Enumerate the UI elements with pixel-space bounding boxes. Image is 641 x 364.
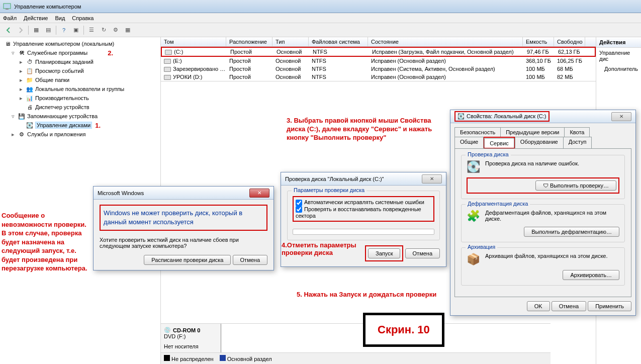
defrag-group: Дефрагментация диска 🧩 Дефрагментация фа… <box>461 204 625 242</box>
cdrom-block[interactable]: 💿CD-ROM 0 DVD (F:) Нет носителя <box>161 324 221 352</box>
shield-icon: 🛡 <box>543 183 548 189</box>
device-icon: 🖨 <box>26 103 34 111</box>
msgbox-body: Хотите проверить жесткий диск на наличие… <box>100 237 267 249</box>
schedule-button[interactable]: Расписание проверки диска <box>144 255 231 265</box>
check-group: Проверка диска 💽 Проверка диска на налич… <box>461 155 625 199</box>
volume-row[interactable]: Зарезервировано … ПростойОсновнойNTFSИсп… <box>161 65 596 73</box>
disk-layout: 💿CD-ROM 0 DVD (F:) Нет носителя Не распр… <box>161 323 551 364</box>
tree-scheduler[interactable]: ▸⏱Планировщик заданий <box>2 57 158 66</box>
annotation-5: 5. Нажать на Запуск и дождаться проверки <box>297 291 437 298</box>
apply-button[interactable]: Применить <box>588 301 631 311</box>
disk-icon <box>164 67 171 72</box>
svg-rect-1 <box>6 9 9 10</box>
tab-quota[interactable]: Квота <box>564 127 590 137</box>
chkdsk-title: Проверка диска "Локальный диск (C:)" <box>285 176 384 182</box>
menu-action[interactable]: Действие <box>24 15 48 21</box>
menubar: Файл Действие Вид Справка <box>0 13 641 23</box>
actions-item[interactable]: Управление дис <box>596 48 641 64</box>
tree-devmgr[interactable]: ▸🖨Диспетчер устройств <box>2 103 158 112</box>
menu-view[interactable]: Вид <box>55 15 65 21</box>
col-volume[interactable]: Том <box>161 37 226 46</box>
tree-root[interactable]: 🖥 Управление компьютером (локальным) <box>2 39 158 48</box>
chkdsk-opt1[interactable]: Автоматически исправлять системные ошибк… <box>296 199 424 205</box>
tab-prev-versions[interactable]: Предыдущие версии <box>500 127 565 137</box>
toolbar-icon[interactable]: ▣ <box>70 25 81 36</box>
col-layout[interactable]: Расположение <box>226 37 272 46</box>
tabstrip-row2: Общие Сервис Оборудование Доступ <box>454 137 631 148</box>
services-icon: ⚙ <box>18 130 26 138</box>
actions-item[interactable]: Дополнитель <box>596 64 641 74</box>
disk-icon: 💽 <box>26 121 34 129</box>
refresh-icon[interactable]: ↻ <box>98 25 109 36</box>
toolbar-icon[interactable]: ☰ <box>86 25 97 36</box>
col-free[interactable]: Свободно <box>554 37 585 46</box>
screenshot-label-box: Скрин. 10 <box>363 313 444 347</box>
col-capacity[interactable]: Емкость <box>523 37 554 46</box>
perf-icon: 📊 <box>26 94 34 102</box>
nav-back-button[interactable] <box>3 25 14 36</box>
tree-services[interactable]: ▸⚙Службы и приложения <box>2 130 158 139</box>
run-backup-button[interactable]: Архивировать… <box>563 270 619 280</box>
actions-title: Действия <box>596 37 641 48</box>
msgbox-dialog: Microsoft Windows ✕ Windows не может про… <box>93 186 274 270</box>
volume-row[interactable]: УРОКИ (D:) ПростойОсновнойNTFSИсправен (… <box>161 73 596 81</box>
annotation-3: 3. Выбрать правой кнопкой мыши Свойства … <box>287 117 442 142</box>
toolbar-icon[interactable]: ▦ <box>122 25 133 36</box>
volume-row[interactable]: (E:) ПростойОсновнойNTFSИсправен (Основн… <box>161 57 596 65</box>
props-title: Свойства: Локальный диск (C:) <box>467 113 546 119</box>
volume-header-row: Том Расположение Тип Файловая система Со… <box>161 37 596 47</box>
msgbox-heading: Windows не может проверить диск, который… <box>100 205 267 231</box>
close-icon[interactable]: ✕ <box>422 174 442 184</box>
volume-table: Том Расположение Тип Файловая система Со… <box>161 37 596 81</box>
tree-storage[interactable]: ▿💾Запоминающие устройства <box>2 112 158 121</box>
disk-icon <box>165 50 172 55</box>
chkdsk-opt2[interactable]: Проверять и восстанавливать поврежденные… <box>296 206 421 219</box>
users-icon: 👥 <box>26 85 34 93</box>
chkdsk-options-group: Параметры проверки диска Автоматически и… <box>287 191 440 240</box>
run-check-button[interactable]: 🛡 Выполнить проверку… <box>535 180 616 191</box>
tree-diskmgmt[interactable]: ▸💽 Управление дисками 1. <box>2 121 158 130</box>
toolbar-icon[interactable]: ▦ <box>31 25 42 36</box>
disk-icon <box>164 75 171 80</box>
cancel-button[interactable]: Отмена <box>552 301 586 311</box>
disk-check-icon: 💽 <box>467 160 480 173</box>
menu-file[interactable]: Файл <box>3 15 17 21</box>
tab-security[interactable]: Безопасность <box>454 127 501 137</box>
tree-shared[interactable]: ▸📁Общие папки <box>2 75 158 84</box>
ok-button[interactable]: OK <box>527 301 550 311</box>
col-type[interactable]: Тип <box>272 37 309 46</box>
expander-icon[interactable]: ▿ <box>10 50 16 56</box>
clock-icon: ⏱ <box>26 58 34 66</box>
disk-icon: 💽 <box>457 113 465 119</box>
marker-1: 1. <box>95 122 101 129</box>
close-icon[interactable]: ✕ <box>249 189 269 198</box>
window-titlebar: Управление компьютером <box>0 0 641 13</box>
checkbox[interactable] <box>296 206 302 213</box>
col-fs[interactable]: Файловая система <box>309 37 368 46</box>
tabstrip-row1: Безопасность Предыдущие версии Квота <box>454 127 631 137</box>
tab-hardware[interactable]: Оборудование <box>515 137 564 148</box>
run-defrag-button[interactable]: Выполнить дефрагментацию… <box>524 227 619 237</box>
tab-general[interactable]: Общие <box>454 137 484 148</box>
tree-sys-programs[interactable]: ▿ 🛠 Служебные программы 2. <box>2 48 158 57</box>
toolbar: ▦ ▤ ? ▣ ☰ ↻ ⚙ ▦ <box>0 23 641 37</box>
tree-perf[interactable]: ▸📊Производительность <box>2 94 158 103</box>
volume-row-c[interactable]: (C:) Простой Основной NTFS Исправен (Заг… <box>161 47 596 57</box>
annotation-4: 4.Отметить параметры проверки диска <box>282 241 382 256</box>
toolbar-icon[interactable]: ▤ <box>43 25 54 36</box>
tab-access[interactable]: Доступ <box>563 137 592 148</box>
backup-group: Архивация 📦 Архивация файлов, хранящихся… <box>461 247 625 286</box>
nav-forward-button[interactable] <box>15 25 26 36</box>
tree-eventviewer[interactable]: ▸📋Просмотр событий <box>2 66 158 75</box>
tab-service[interactable]: Сервис <box>484 138 514 148</box>
progress-bar <box>293 229 434 235</box>
help-icon[interactable]: ? <box>58 25 69 36</box>
tree-users[interactable]: ▸👥Локальные пользователи и группы <box>2 84 158 94</box>
toolbar-icon[interactable]: ⚙ <box>110 25 121 36</box>
menu-help[interactable]: Справка <box>72 15 94 21</box>
close-icon[interactable]: ✕ <box>611 112 631 121</box>
cancel-button[interactable]: Отмена <box>233 255 267 265</box>
checkbox[interactable] <box>296 200 302 206</box>
cancel-button[interactable]: Отмена <box>405 248 440 258</box>
col-status[interactable]: Состояние <box>368 37 523 46</box>
